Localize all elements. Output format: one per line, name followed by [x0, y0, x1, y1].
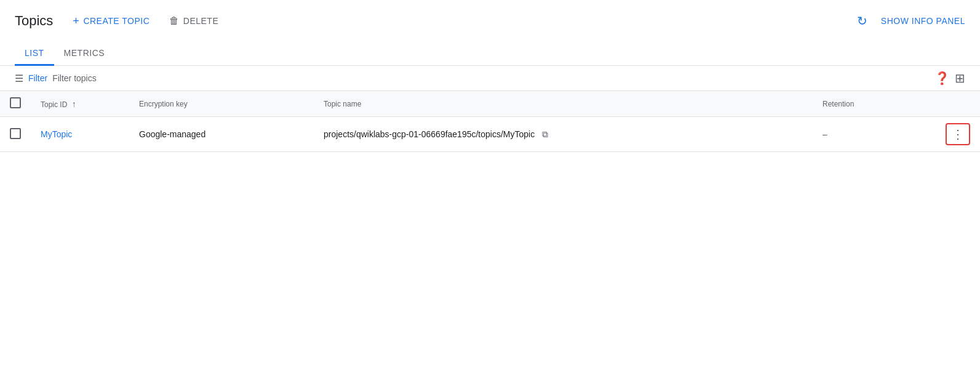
row-actions-cell: ⋮: [936, 117, 980, 152]
refresh-button[interactable]: ↻: [853, 10, 871, 32]
col-header-topic-name: Topic name: [314, 91, 813, 117]
col-header-checkbox: [0, 91, 31, 117]
page-title: Topics: [15, 13, 53, 29]
trash-icon: 🗑: [169, 15, 180, 26]
tab-metrics[interactable]: METRICS: [54, 42, 115, 66]
row-checkbox[interactable]: [10, 128, 21, 139]
add-icon: +: [73, 15, 79, 28]
row-topic-name-cell: projects/qwiklabs-gcp-01-06669fae195c/to…: [314, 117, 813, 152]
row-checkbox-cell: [0, 117, 31, 152]
filter-label[interactable]: Filter: [28, 73, 47, 83]
col-header-encryption-key: Encryption key: [129, 91, 314, 117]
filter-icon: ☰: [15, 73, 23, 84]
col-header-topic-id[interactable]: Topic ID ↑: [31, 91, 129, 117]
topic-id-link[interactable]: MyTopic: [41, 129, 72, 139]
copy-icon[interactable]: ⧉: [542, 129, 548, 139]
table-row: MyTopic Google-managed projects/qwiklabs…: [0, 117, 980, 152]
tab-list[interactable]: LIST: [15, 42, 54, 66]
row-topic-id-cell: MyTopic: [31, 117, 129, 152]
create-topic-button[interactable]: + CREATE TOPIC: [68, 11, 154, 31]
row-retention-cell: –: [813, 117, 936, 152]
col-header-actions: [936, 91, 980, 117]
more-actions-button[interactable]: ⋮: [946, 123, 970, 145]
filter-placeholder: Filter topics: [52, 73, 97, 83]
col-header-retention: Retention: [813, 91, 936, 117]
help-icon[interactable]: ❓: [934, 71, 950, 86]
delete-button[interactable]: 🗑 DELETE: [164, 12, 223, 30]
row-encryption-cell: Google-managed: [129, 117, 314, 152]
sort-icon: ↑: [72, 99, 76, 109]
columns-icon[interactable]: ⊞: [955, 71, 965, 86]
show-info-panel-button[interactable]: SHOW INFO PANEL: [881, 16, 965, 26]
select-all-checkbox[interactable]: [10, 97, 21, 108]
